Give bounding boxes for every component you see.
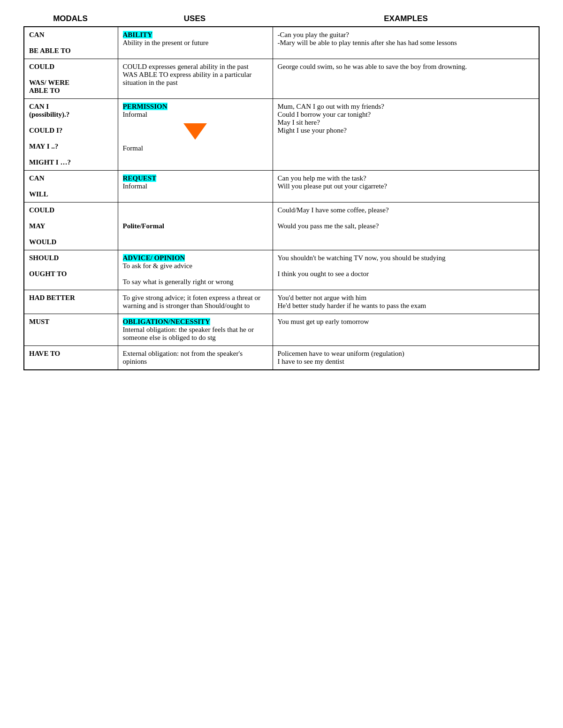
advice-text1: To ask for & give advice: [123, 262, 192, 270]
uses-cell: ABILITY Ability in the present or future: [118, 27, 273, 59]
ability-description: Ability in the present or future: [123, 39, 209, 46]
modal-be-able-to: BE ABLE TO: [29, 47, 71, 54]
examples-cell: You shouldn't be watching TV now, you sh…: [273, 250, 539, 290]
modals-cell: CAN WILL: [24, 171, 118, 203]
could-description: COULD expresses general ability in the p…: [123, 63, 252, 86]
uses-cell: OBLIGATION/NECESSITY Internal obligation…: [118, 314, 273, 346]
examples-cell: Policemen have to wear uniform (regulati…: [273, 346, 539, 370]
modals-cell: MUST: [24, 314, 118, 346]
uses-cell: ADVICE/ OPINION To ask for & give advice…: [118, 250, 273, 290]
examples-cell: -Can you play the guitar?-Mary will be a…: [273, 27, 539, 59]
modal-ought-to: OUGHT TO: [29, 270, 67, 278]
example-polite: Could/May I have some coffee, please?Wou…: [278, 206, 389, 230]
examples-cell: Could/May I have some coffee, please?Wou…: [273, 203, 539, 250]
examples-cell: You'd better not argue with himHe'd bett…: [273, 290, 539, 314]
example-request: Can you help me with the task?Will you p…: [278, 174, 387, 190]
table-row: CAN WILL REQUEST Informal Can you help m…: [24, 171, 539, 203]
table-row: COULD WAS/ WEREABLE TO COULD expresses g…: [24, 59, 539, 99]
modal-can-req: CAN: [29, 174, 45, 182]
permission-highlight: PERMISSION: [123, 103, 167, 110]
modal-must: MUST: [29, 318, 49, 325]
modals-cell: HAD BETTER: [24, 290, 118, 314]
modal-may: MAY: [29, 222, 45, 230]
modals-cell: HAVE TO: [24, 346, 118, 370]
example-could-swim: George could swim, so he was able to sav…: [278, 63, 467, 70]
modal-could: COULD: [29, 63, 54, 70]
modal-might-i: MIGHT I …?: [29, 158, 71, 166]
modal-should: SHOULD: [29, 254, 59, 262]
example-can-guitar: -Can you play the guitar?-Mary will be a…: [278, 31, 457, 46]
table-row: COULD MAY WOULD Polite/Formal Could/May …: [24, 203, 539, 250]
modal-would: WOULD: [29, 238, 56, 246]
example-permission: Mum, CAN I go out with my friends?Could …: [278, 103, 384, 134]
page: MODALS USES EXAMPLES CAN BE ABLE TO ABIL…: [23, 9, 540, 370]
modals-table: CAN BE ABLE TO ABILITY Ability in the pr…: [23, 26, 540, 370]
uses-cell: PERMISSION Informal Formal: [118, 99, 273, 171]
examples-cell: Can you help me with the task?Will you p…: [273, 171, 539, 203]
modal-can-i: CAN I(possibility).?: [29, 103, 69, 118]
table-row: MUST OBLIGATION/NECESSITY Internal oblig…: [24, 314, 539, 346]
example-had-better: You'd better not argue with himHe'd bett…: [278, 294, 426, 309]
examples-cell: Mum, CAN I go out with my friends?Could …: [273, 99, 539, 171]
modals-cell: CAN BE ABLE TO: [24, 27, 118, 59]
request-highlight: REQUEST: [123, 174, 157, 182]
arrow-down-icon: [183, 123, 207, 140]
modal-can: CAN: [29, 31, 45, 38]
modals-cell: SHOULD OUGHT TO: [24, 250, 118, 290]
table-row: CAN BE ABLE TO ABILITY Ability in the pr…: [24, 27, 539, 59]
header-uses: USES: [117, 14, 272, 23]
example-advice: You shouldn't be watching TV now, you sh…: [278, 254, 446, 278]
advice-text2: To say what is generally right or wrong: [123, 278, 234, 285]
modal-could-i: COULD I?: [29, 127, 62, 134]
example-have-to: Policemen have to wear uniform (regulati…: [278, 350, 404, 365]
modal-may-i: MAY I ..?: [29, 143, 58, 150]
obligation-highlight: OBLIGATION/NECESSITY: [123, 318, 210, 325]
table-row: HAVE TO External obligation: not from th…: [24, 346, 539, 370]
modal-was-were-able: WAS/ WEREABLE TO: [29, 79, 69, 94]
uses-cell: To give strong advice; it foten express …: [118, 290, 273, 314]
have-to-description: External obligation: not from the speake…: [123, 350, 243, 365]
modal-will: WILL: [29, 190, 48, 198]
permission-informal: Informal: [123, 111, 147, 118]
header-modals: MODALS: [23, 14, 117, 23]
ability-highlight: ABILITY: [123, 31, 152, 38]
modal-could-pol: COULD: [29, 206, 54, 214]
table-row: CAN I(possibility).? COULD I? MAY I ..? …: [24, 99, 539, 171]
permission-formal: Formal: [123, 144, 143, 152]
examples-cell: George could swim, so he was able to sav…: [273, 59, 539, 99]
advice-highlight: ADVICE/ OPINION: [123, 254, 185, 262]
examples-cell: You must get up early tomorrow: [273, 314, 539, 346]
obligation-description: Internal obligation: the speaker feels t…: [123, 326, 254, 341]
modals-cell: COULD WAS/ WEREABLE TO: [24, 59, 118, 99]
uses-cell: Polite/Formal: [118, 203, 273, 250]
request-informal: Informal: [123, 182, 147, 190]
uses-cell: REQUEST Informal: [118, 171, 273, 203]
modals-cell: CAN I(possibility).? COULD I? MAY I ..? …: [24, 99, 118, 171]
modals-cell: COULD MAY WOULD: [24, 203, 118, 250]
modal-had-better: HAD BETTER: [29, 294, 75, 301]
table-row: HAD BETTER To give strong advice; it fot…: [24, 290, 539, 314]
table-row: SHOULD OUGHT TO ADVICE/ OPINION To ask f…: [24, 250, 539, 290]
uses-cell: COULD expresses general ability in the p…: [118, 59, 273, 99]
header-examples: EXAMPLES: [272, 14, 540, 23]
polite-formal-label: Polite/Formal: [123, 222, 164, 230]
table-headers: MODALS USES EXAMPLES: [23, 9, 540, 26]
modal-have-to: HAVE TO: [29, 350, 60, 357]
uses-cell: External obligation: not from the speake…: [118, 346, 273, 370]
had-better-description: To give strong advice; it foten express …: [123, 294, 260, 309]
example-must: You must get up early tomorrow: [278, 318, 369, 325]
